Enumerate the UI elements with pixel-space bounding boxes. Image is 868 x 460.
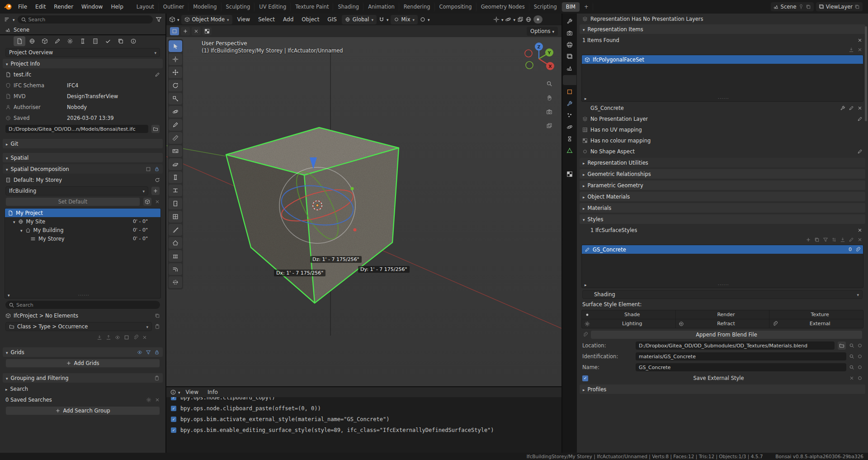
sync-out-icon[interactable]	[106, 335, 111, 340]
element-external-button[interactable]: External	[769, 319, 863, 328]
workspace-tab-geometry-nodes[interactable]: Geometry Nodes	[477, 2, 529, 12]
select-box-icon[interactable]	[124, 335, 129, 340]
zoom-icon[interactable]	[544, 79, 554, 89]
bonsai-tab-geometry[interactable]	[39, 36, 51, 46]
close-icon[interactable]	[857, 237, 863, 242]
tab-physics[interactable]	[564, 122, 576, 132]
select-mode-intersect-icon[interactable]	[203, 27, 212, 35]
refresh-icon[interactable]	[155, 177, 160, 183]
bonsai-tab-drawings[interactable]	[52, 36, 63, 46]
search-icon[interactable]	[849, 354, 854, 359]
ifc-path-field[interactable]: D:/Dropbox/Gitea_OD/OD...n/Models/Bonsai…	[5, 125, 148, 133]
close-icon[interactable]	[155, 199, 160, 204]
search-icon[interactable]	[849, 365, 854, 370]
camera-view-icon[interactable]	[544, 107, 554, 117]
proportional-falloff-chevron-icon[interactable]	[428, 16, 430, 23]
geometric-relationships-header[interactable]: Geometric Relationships	[580, 169, 865, 179]
resize-grip[interactable]	[78, 292, 90, 298]
tree-row-project[interactable]: My Project	[5, 209, 160, 217]
tool-scale-button[interactable]	[169, 93, 182, 104]
edit-icon[interactable]	[857, 116, 863, 122]
snap-options-chevron-icon[interactable]	[387, 16, 389, 23]
bonsai-tab-library[interactable]	[115, 36, 127, 46]
decorator-dot-icon[interactable]	[857, 375, 863, 381]
edit-project-icon[interactable]	[155, 72, 160, 77]
xray-toggle-icon[interactable]	[517, 16, 524, 23]
expand-icon[interactable]	[20, 227, 23, 233]
close-icon[interactable]	[155, 397, 160, 403]
workspace-tab-texture-paint[interactable]: Texture Paint	[291, 2, 333, 12]
tab-object[interactable]	[564, 87, 576, 97]
search-icon[interactable]	[849, 343, 854, 348]
tool-rotate-button[interactable]	[169, 80, 182, 91]
mode-dropdown[interactable]: Object Mode	[181, 15, 232, 24]
active-container-row[interactable]: IfcProject > No Elements	[3, 311, 163, 321]
resize-grip[interactable]	[718, 281, 729, 288]
workspace-tab-scripting[interactable]: Scripting	[530, 2, 561, 12]
neg-x-axis-ball[interactable]	[525, 50, 532, 57]
tool-transform-button[interactable]	[169, 106, 182, 118]
menu-view[interactable]: View	[234, 15, 253, 24]
pan-hand-icon[interactable]	[544, 93, 554, 103]
decorator-dot-icon[interactable]	[857, 354, 863, 359]
element-mode-dropdown[interactable]: Class > Type > Occurrence	[5, 322, 152, 331]
editor-type-chevron-icon[interactable]	[13, 16, 15, 23]
edit-icon[interactable]	[857, 149, 863, 154]
menu-gis[interactable]: GIS	[324, 15, 340, 24]
tab-object-data[interactable]	[564, 146, 576, 156]
overlay-options-chevron-icon[interactable]	[513, 16, 515, 23]
filter-icon[interactable]	[156, 16, 162, 23]
tool-slab-button[interactable]	[169, 158, 182, 170]
pivot-dropdown[interactable]: Mix	[391, 15, 418, 24]
log-line[interactable]: bpy.ops.bim.enable_editing_surface_style…	[171, 425, 557, 436]
scene-selector[interactable]: Scene	[771, 2, 814, 11]
viewport-canvas[interactable]: User Perspective (1) IfcBuildingStorey/M…	[166, 37, 561, 386]
editor-type-icon[interactable]	[169, 16, 175, 23]
tool-beam-button[interactable]	[169, 185, 182, 196]
add-grids-button[interactable]: Add Grids	[5, 359, 160, 368]
close-icon[interactable]	[857, 47, 863, 52]
outliner-search-input[interactable]	[18, 15, 153, 24]
menu-info[interactable]: Info	[204, 387, 222, 397]
tab-particles[interactable]	[564, 110, 576, 120]
add-workspace-button[interactable]: +	[580, 2, 593, 12]
tool-wall-button[interactable]	[169, 145, 182, 157]
workspace-tab-uv-editing[interactable]: UV Editing	[255, 2, 291, 12]
properties-scrollbar[interactable]	[865, 26, 867, 121]
edit-icon[interactable]	[849, 105, 854, 111]
decorator-dot-icon[interactable]	[857, 343, 863, 348]
proportional-edit-icon[interactable]	[420, 16, 426, 23]
ifc-file-row[interactable]: test.ifc	[3, 70, 163, 80]
spatial-class-dropdown[interactable]: IfcBuilding	[5, 186, 148, 195]
location-field[interactable]: D:/Dropbox/Gitea_OD/OD_Submodules/OD_Tex…	[636, 341, 835, 350]
lock-icon[interactable]	[154, 166, 160, 172]
menu-help[interactable]: Help	[107, 2, 127, 12]
tool-door-button[interactable]	[169, 198, 182, 209]
add-spatial-button[interactable]	[151, 186, 160, 195]
workspace-tab-layout[interactable]: Layout	[132, 2, 159, 12]
tab-constraints[interactable]	[564, 134, 576, 144]
select-mode-extend-icon[interactable]	[181, 27, 190, 35]
shading-dropdown[interactable]: Shading	[582, 290, 863, 299]
element-refract-button[interactable]: Refract	[676, 319, 769, 328]
eye-icon[interactable]	[137, 350, 142, 355]
spatial-header[interactable]: Spatial	[3, 153, 163, 162]
options-button[interactable]: Options	[527, 27, 558, 36]
close-icon[interactable]	[857, 105, 863, 111]
outliner-scene-row[interactable]: Scene	[3, 26, 163, 34]
sync-in-icon[interactable]	[97, 335, 102, 340]
name-field[interactable]: GS_Concrete	[636, 363, 846, 371]
navigation-gizmo[interactable]: Z Y X	[522, 41, 556, 75]
grids-header[interactable]: Grids	[3, 347, 163, 357]
edit-icon[interactable]	[849, 237, 854, 242]
add-search-group-button[interactable]: Add Search Group	[5, 406, 160, 415]
snap-magnet-icon[interactable]	[378, 16, 385, 23]
save-external-style-checkbox[interactable]	[582, 375, 588, 381]
styles-header[interactable]: Styles	[580, 214, 865, 224]
tab-scene[interactable]	[564, 63, 576, 73]
set-default-button[interactable]: Set Default	[5, 197, 140, 206]
tab-texture[interactable]	[564, 169, 576, 179]
workspace-tab-shading[interactable]: Shading	[334, 2, 363, 12]
outliner-editor-icon[interactable]	[4, 16, 10, 23]
tool-section-button[interactable]	[169, 276, 182, 288]
